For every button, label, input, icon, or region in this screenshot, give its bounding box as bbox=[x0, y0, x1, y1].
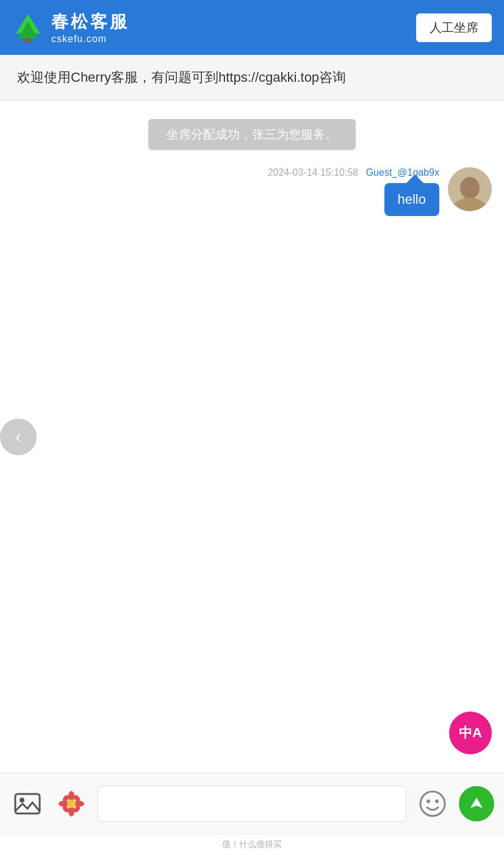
bottom-bar bbox=[0, 773, 504, 834]
human-service-button[interactable]: 人工坐席 bbox=[416, 13, 492, 42]
tree-logo-icon bbox=[12, 12, 44, 43]
svg-point-4 bbox=[452, 198, 488, 211]
logo-title: 春松客服 bbox=[51, 10, 129, 34]
logo-area: 春松客服 cskefu.com bbox=[12, 10, 129, 45]
svg-rect-5 bbox=[15, 794, 40, 814]
message-bubble: hello bbox=[384, 183, 439, 216]
message-input[interactable] bbox=[98, 785, 406, 822]
emoji-button[interactable] bbox=[415, 786, 450, 821]
system-message-bubble: 坐席分配成功，张三为您服务。 bbox=[148, 119, 356, 150]
svg-point-15 bbox=[67, 799, 76, 808]
system-message-row: 坐席分配成功，张三为您服务。 bbox=[12, 119, 492, 150]
chat-area: ‹ 坐席分配成功，张三为您服务。 2024-03-14 15:10:58 Gue… bbox=[0, 101, 504, 773]
flower-icon bbox=[58, 790, 85, 817]
svg-point-17 bbox=[427, 799, 430, 803]
emoji-icon bbox=[419, 790, 446, 817]
back-button[interactable]: ‹ bbox=[0, 419, 37, 455]
message-meta: 2024-03-14 15:10:58 Guest_@1qab9x hello bbox=[268, 167, 439, 216]
back-chevron-icon: ‹ bbox=[15, 427, 21, 447]
watermark-text: 值！什么值得买 bbox=[222, 839, 282, 849]
message-row: 2024-03-14 15:10:58 Guest_@1qab9x hello bbox=[12, 167, 492, 216]
image-icon bbox=[14, 790, 41, 817]
header: 春松客服 cskefu.com 人工坐席 bbox=[0, 0, 504, 55]
welcome-text: 欢迎使用Cherry客服，有问题可到https://cgakki.top咨询 bbox=[17, 70, 346, 85]
image-button[interactable] bbox=[10, 786, 45, 821]
svg-point-6 bbox=[20, 798, 24, 803]
send-arrow-icon bbox=[467, 795, 486, 813]
svg-point-3 bbox=[460, 177, 480, 199]
logo-text: 春松客服 cskefu.com bbox=[51, 10, 129, 45]
avatar bbox=[448, 167, 492, 211]
svg-point-18 bbox=[435, 799, 439, 803]
flower-button[interactable] bbox=[54, 786, 89, 821]
svg-rect-2 bbox=[25, 38, 31, 42]
welcome-banner: 欢迎使用Cherry客服，有问题可到https://cgakki.top咨询 bbox=[0, 55, 504, 101]
message-bubble-wrap: hello bbox=[384, 183, 439, 216]
send-button[interactable] bbox=[459, 786, 494, 821]
username-text: Guest_@1qab9x bbox=[366, 167, 439, 178]
logo-subtitle: cskefu.com bbox=[51, 34, 129, 45]
watermark-bar: 值！什么值得买 bbox=[0, 834, 504, 855]
timestamp-text: 2024-03-14 15:10:58 bbox=[268, 167, 359, 178]
avatar-silhouette-icon bbox=[448, 175, 492, 211]
translate-fab-button[interactable]: 中A bbox=[449, 712, 492, 754]
translate-icon: 中A bbox=[459, 724, 482, 742]
svg-point-16 bbox=[420, 792, 445, 816]
